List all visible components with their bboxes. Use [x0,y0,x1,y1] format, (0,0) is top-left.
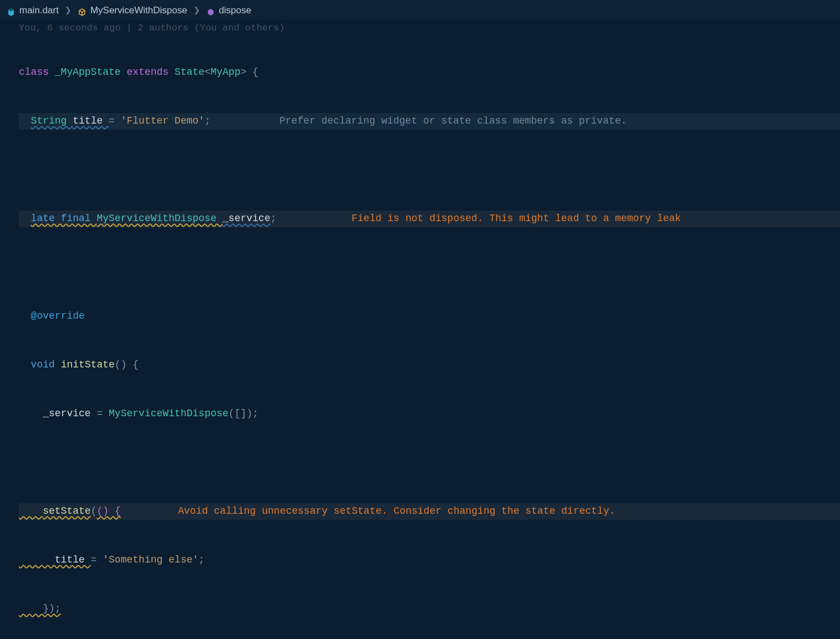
breadcrumb-method[interactable]: dispose [206,2,252,18]
lint-hint: Prefer declaring widget or state class m… [279,113,627,129]
class-icon [78,6,86,14]
breadcrumb[interactable]: main.dart ❯ MyServiceWithDispose ❯ dispo… [0,0,840,20]
breadcrumb-class-label: MyServiceWithDispose [90,2,187,18]
code-editor[interactable]: main.dart ❯ MyServiceWithDispose ❯ dispo… [0,0,840,639]
code-line[interactable] [19,454,840,471]
chevron-right-icon: ❯ [65,2,72,18]
dart-file-icon [7,6,16,14]
code-line[interactable]: void initState() { [19,357,840,374]
breadcrumb-file[interactable]: main.dart [7,2,59,18]
code-line[interactable]: String title = 'Flutter Demo';Prefer dec… [19,113,840,130]
code-line[interactable] [19,259,840,276]
code-line[interactable] [19,162,840,178]
method-icon [206,6,215,14]
code-line[interactable]: class _MyAppState extends State<MyApp> { [19,64,840,81]
breadcrumb-method-label: dispose [219,2,252,18]
code-line[interactable]: title = 'Something else'; [19,552,840,569]
code-line[interactable]: late final MyServiceWithDispose _service… [19,211,840,227]
lint-hint: Avoid calling unnecessary setState. Cons… [178,503,615,519]
breadcrumb-file-label: main.dart [19,2,59,18]
code-line[interactable]: _service = MyServiceWithDispose([]); [19,406,840,422]
code-line[interactable]: }); [19,601,840,617]
code-area[interactable]: class _MyAppState extends State<MyApp> {… [0,32,840,639]
git-blame-annotation: You, 6 seconds ago | 2 authors (You and … [0,20,840,32]
chevron-right-icon: ❯ [194,2,200,18]
code-line[interactable]: setState(() {Avoid calling unnecessary s… [19,503,840,520]
breadcrumb-class[interactable]: MyServiceWithDispose [78,2,187,18]
code-line[interactable]: @override [19,308,840,325]
lint-hint: Field is not disposed. This might lead t… [352,211,681,227]
